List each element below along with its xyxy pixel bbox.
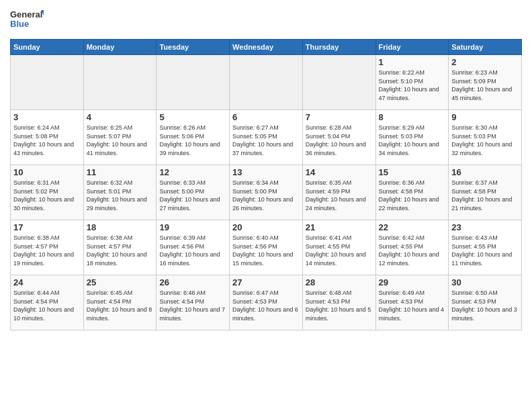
calendar-week-row: 24 Sunrise: 6:44 AMSunset: 4:54 PMDaylig… — [11, 275, 522, 330]
calendar-cell: 24 Sunrise: 6:44 AMSunset: 4:54 PMDaylig… — [11, 275, 84, 330]
calendar-container: General Blue SundayMondayTuesdayWednesda… — [0, 0, 532, 337]
calendar-cell: 17 Sunrise: 6:38 AMSunset: 4:57 PMDaylig… — [11, 220, 84, 275]
svg-text:Blue: Blue — [10, 19, 29, 29]
day-info: Sunrise: 6:26 AMSunset: 5:06 PMDaylight:… — [159, 124, 220, 156]
day-number: 23 — [451, 222, 519, 232]
weekday-header: Saturday — [449, 40, 522, 55]
logo: General Blue — [10, 7, 44, 34]
day-number: 14 — [306, 167, 373, 177]
day-info: Sunrise: 6:33 AMSunset: 5:00 PMDaylight:… — [159, 179, 220, 212]
day-info: Sunrise: 6:31 AMSunset: 5:02 PMDaylight:… — [13, 179, 74, 212]
calendar-cell: 11 Sunrise: 6:32 AMSunset: 5:01 PMDaylig… — [83, 165, 157, 220]
calendar-cell: 30 Sunrise: 6:50 AMSunset: 4:53 PMDaylig… — [449, 275, 522, 330]
calendar-cell: 21 Sunrise: 6:41 AMSunset: 4:55 PMDaylig… — [302, 220, 375, 275]
calendar-table: SundayMondayTuesdayWednesdayThursdayFrid… — [10, 39, 522, 330]
calendar-cell: 16 Sunrise: 6:37 AMSunset: 4:58 PMDaylig… — [449, 165, 522, 220]
calendar-cell: 27 Sunrise: 6:47 AMSunset: 4:53 PMDaylig… — [230, 275, 303, 330]
day-number: 20 — [232, 222, 300, 232]
calendar-cell — [157, 55, 230, 110]
day-info: Sunrise: 6:36 AMSunset: 4:58 PMDaylight:… — [379, 179, 439, 212]
day-number: 24 — [13, 277, 81, 287]
day-info: Sunrise: 6:44 AMSunset: 4:54 PMDaylight:… — [13, 289, 74, 322]
calendar-cell: 14 Sunrise: 6:35 AMSunset: 4:59 PMDaylig… — [302, 165, 375, 220]
calendar-cell: 1 Sunrise: 6:22 AMSunset: 5:10 PMDayligh… — [375, 55, 449, 110]
day-number: 12 — [159, 167, 226, 177]
day-info: Sunrise: 6:42 AMSunset: 4:55 PMDaylight:… — [379, 234, 439, 267]
day-info: Sunrise: 6:47 AMSunset: 4:53 PMDaylight:… — [232, 289, 298, 322]
calendar-week-row: 10 Sunrise: 6:31 AMSunset: 5:02 PMDaylig… — [11, 165, 522, 220]
header: General Blue — [10, 7, 522, 34]
day-info: Sunrise: 6:24 AMSunset: 5:08 PMDaylight:… — [13, 124, 74, 156]
calendar-cell: 5 Sunrise: 6:26 AMSunset: 5:06 PMDayligh… — [157, 110, 230, 165]
day-info: Sunrise: 6:49 AMSunset: 4:53 PMDaylight:… — [379, 289, 445, 322]
day-info: Sunrise: 6:37 AMSunset: 4:58 PMDaylight:… — [451, 179, 512, 212]
day-number: 7 — [306, 112, 373, 122]
calendar-week-row: 1 Sunrise: 6:22 AMSunset: 5:10 PMDayligh… — [11, 55, 522, 110]
day-number: 30 — [451, 277, 519, 287]
calendar-cell: 20 Sunrise: 6:40 AMSunset: 4:56 PMDaylig… — [230, 220, 303, 275]
weekday-header: Monday — [83, 40, 157, 55]
day-number: 25 — [87, 277, 154, 287]
day-info: Sunrise: 6:32 AMSunset: 5:01 PMDaylight:… — [87, 179, 147, 212]
calendar-cell: 12 Sunrise: 6:33 AMSunset: 5:00 PMDaylig… — [157, 165, 230, 220]
calendar-cell: 3 Sunrise: 6:24 AMSunset: 5:08 PMDayligh… — [11, 110, 84, 165]
day-info: Sunrise: 6:28 AMSunset: 5:04 PMDaylight:… — [306, 124, 366, 156]
day-number: 18 — [87, 222, 154, 232]
day-number: 1 — [379, 57, 446, 67]
calendar-cell: 7 Sunrise: 6:28 AMSunset: 5:04 PMDayligh… — [302, 110, 375, 165]
day-info: Sunrise: 6:23 AMSunset: 5:09 PMDaylight:… — [451, 69, 512, 101]
day-info: Sunrise: 6:39 AMSunset: 4:56 PMDaylight:… — [159, 234, 220, 267]
day-number: 8 — [379, 112, 446, 122]
day-number: 27 — [232, 277, 300, 287]
day-info: Sunrise: 6:38 AMSunset: 4:57 PMDaylight:… — [13, 234, 74, 267]
calendar-cell — [230, 55, 303, 110]
calendar-cell: 23 Sunrise: 6:43 AMSunset: 4:55 PMDaylig… — [449, 220, 522, 275]
day-info: Sunrise: 6:50 AMSunset: 4:53 PMDaylight:… — [451, 289, 517, 322]
day-info: Sunrise: 6:22 AMSunset: 5:10 PMDaylight:… — [379, 69, 439, 101]
weekday-header: Friday — [375, 40, 449, 55]
day-info: Sunrise: 6:38 AMSunset: 4:57 PMDaylight:… — [87, 234, 147, 267]
calendar-cell: 9 Sunrise: 6:30 AMSunset: 5:03 PMDayligh… — [449, 110, 522, 165]
weekday-header: Wednesday — [230, 40, 303, 55]
calendar-cell: 2 Sunrise: 6:23 AMSunset: 5:09 PMDayligh… — [449, 55, 522, 110]
calendar-cell: 15 Sunrise: 6:36 AMSunset: 4:58 PMDaylig… — [375, 165, 449, 220]
day-number: 5 — [159, 112, 226, 122]
day-number: 21 — [306, 222, 373, 232]
day-info: Sunrise: 6:35 AMSunset: 4:59 PMDaylight:… — [306, 179, 366, 212]
day-info: Sunrise: 6:43 AMSunset: 4:55 PMDaylight:… — [451, 234, 512, 267]
day-number: 3 — [13, 112, 81, 122]
day-info: Sunrise: 6:30 AMSunset: 5:03 PMDaylight:… — [451, 124, 512, 156]
calendar-cell: 26 Sunrise: 6:46 AMSunset: 4:54 PMDaylig… — [157, 275, 230, 330]
day-number: 11 — [87, 167, 154, 177]
weekday-header: Sunday — [11, 40, 84, 55]
day-info: Sunrise: 6:29 AMSunset: 5:03 PMDaylight:… — [379, 124, 439, 156]
svg-text:General: General — [10, 9, 42, 19]
weekday-header: Tuesday — [157, 40, 230, 55]
day-number: 10 — [13, 167, 81, 177]
day-info: Sunrise: 6:34 AMSunset: 5:00 PMDaylight:… — [232, 179, 293, 212]
day-number: 17 — [13, 222, 81, 232]
calendar-cell: 10 Sunrise: 6:31 AMSunset: 5:02 PMDaylig… — [11, 165, 84, 220]
calendar-cell: 18 Sunrise: 6:38 AMSunset: 4:57 PMDaylig… — [83, 220, 157, 275]
logo-svg: General Blue — [10, 7, 44, 34]
calendar-cell: 29 Sunrise: 6:49 AMSunset: 4:53 PMDaylig… — [375, 275, 449, 330]
day-number: 2 — [451, 57, 519, 67]
day-info: Sunrise: 6:25 AMSunset: 5:07 PMDaylight:… — [87, 124, 147, 156]
day-number: 6 — [232, 112, 300, 122]
weekday-header: Thursday — [302, 40, 375, 55]
calendar-cell: 25 Sunrise: 6:45 AMSunset: 4:54 PMDaylig… — [83, 275, 157, 330]
calendar-cell: 6 Sunrise: 6:27 AMSunset: 5:05 PMDayligh… — [230, 110, 303, 165]
calendar-cell — [83, 55, 157, 110]
day-number: 22 — [379, 222, 446, 232]
calendar-cell: 13 Sunrise: 6:34 AMSunset: 5:00 PMDaylig… — [230, 165, 303, 220]
calendar-cell: 4 Sunrise: 6:25 AMSunset: 5:07 PMDayligh… — [83, 110, 157, 165]
day-number: 15 — [379, 167, 446, 177]
day-number: 26 — [159, 277, 226, 287]
calendar-cell: 19 Sunrise: 6:39 AMSunset: 4:56 PMDaylig… — [157, 220, 230, 275]
calendar-cell — [11, 55, 84, 110]
calendar-cell: 8 Sunrise: 6:29 AMSunset: 5:03 PMDayligh… — [375, 110, 449, 165]
day-info: Sunrise: 6:45 AMSunset: 4:54 PMDaylight:… — [87, 289, 152, 322]
day-number: 4 — [87, 112, 154, 122]
day-number: 13 — [232, 167, 300, 177]
day-info: Sunrise: 6:48 AMSunset: 4:53 PMDaylight:… — [306, 289, 371, 322]
